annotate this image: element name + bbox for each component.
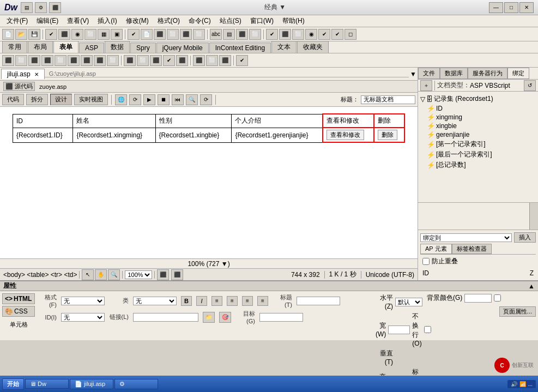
- horizontal-select[interactable]: 默认: [395, 298, 422, 306]
- form-btn-6[interactable]: ⬛: [68, 55, 80, 66]
- menu-icon-2[interactable]: ⚙: [35, 2, 47, 13]
- toolbar-btn-13[interactable]: ⬜: [167, 29, 179, 40]
- prevent-overlap-checkbox[interactable]: [422, 258, 430, 265]
- align-right-button[interactable]: ≡: [242, 296, 253, 306]
- tree-item-xingbie[interactable]: ⚡ xingbie: [427, 122, 536, 130]
- ap-tab-elements[interactable]: AP 元素: [420, 244, 452, 254]
- menu-format[interactable]: 格式(O): [153, 15, 184, 27]
- ap-tab-inspector[interactable]: 标签检查器: [452, 244, 492, 254]
- form-btn-7[interactable]: ⬛: [81, 55, 93, 66]
- title-input[interactable]: [361, 95, 415, 104]
- form-btn-11[interactable]: ⬜: [137, 55, 149, 66]
- form-btn-18[interactable]: ✔: [236, 55, 248, 66]
- bold-button[interactable]: B: [181, 296, 192, 306]
- design-button[interactable]: 设计: [50, 94, 72, 105]
- right-scrollbar[interactable]: [529, 203, 538, 230]
- view-btn-6[interactable]: 🔍: [186, 94, 198, 105]
- form-btn-4[interactable]: ⬛: [41, 55, 53, 66]
- toolbar-btn-24[interactable]: ✔: [318, 29, 330, 40]
- menu-edit[interactable]: 编辑(E): [32, 15, 63, 27]
- view-btn-7[interactable]: ⟳: [200, 94, 212, 105]
- menu-insert[interactable]: 插入(I): [93, 15, 121, 27]
- view-btn-4[interactable]: ⏹: [158, 94, 170, 105]
- taskbar-item-1[interactable]: 🖥 Dw: [25, 379, 69, 389]
- view-btn-2[interactable]: ⟳: [129, 94, 141, 105]
- align-center-button[interactable]: ≡: [227, 296, 238, 306]
- right-add-btn[interactable]: ＋: [420, 80, 432, 91]
- link-input[interactable]: [133, 313, 198, 322]
- view-edit-button[interactable]: 查看和修改: [327, 130, 364, 140]
- tab-asp[interactable]: ASP: [79, 43, 104, 53]
- file-tab-active[interactable]: jiluji.asp ✕: [1, 69, 45, 79]
- menu-window[interactable]: 窗口(W): [246, 15, 278, 27]
- toolbar-btn-15[interactable]: ⬜: [193, 29, 205, 40]
- tree-item-first-index[interactable]: ⚡ [第一个记录索引]: [427, 139, 536, 149]
- tab-jquery-mobile[interactable]: jQuery Mobile: [156, 43, 209, 53]
- toolbar-btn-2[interactable]: 📂: [15, 29, 27, 40]
- toolbar-btn-17[interactable]: ▤: [223, 29, 235, 40]
- format-select[interactable]: 无: [61, 297, 105, 305]
- split-button[interactable]: 拆分: [26, 94, 48, 105]
- tree-item-total[interactable]: ⚡ [总记录数]: [427, 160, 536, 170]
- menu-file[interactable]: 文件(F): [2, 15, 32, 27]
- toolbar-btn-3[interactable]: 💾: [28, 29, 40, 40]
- view-btn-5[interactable]: ⏮: [172, 94, 184, 105]
- title-input-prop[interactable]: [297, 297, 340, 305]
- toolbar-btn-26[interactable]: ◻: [344, 29, 356, 40]
- id-select[interactable]: 无: [61, 313, 105, 322]
- right-tab-server[interactable]: 服务器行为: [468, 68, 507, 79]
- tree-item-last-index[interactable]: ⚡ [最后一个记录索引]: [427, 149, 536, 160]
- realtime-button[interactable]: 实时视图: [74, 94, 108, 105]
- menu-icon-1[interactable]: ▤: [21, 2, 33, 13]
- toolbar-btn-6[interactable]: ◉: [71, 29, 83, 40]
- toolbar-btn-19[interactable]: ⬜: [249, 29, 261, 40]
- toolbar-btn-25[interactable]: ✔: [331, 29, 343, 40]
- class-select[interactable]: 无: [133, 297, 177, 305]
- maximize-button[interactable]: □: [504, 2, 518, 13]
- tab-data[interactable]: 数据: [105, 41, 130, 53]
- taskbar-item-2[interactable]: 📄 jiluji.asp: [70, 379, 113, 389]
- form-btn-13[interactable]: ✔: [163, 55, 175, 66]
- toolbar-btn-12[interactable]: ⬛: [154, 29, 166, 40]
- insert-button[interactable]: 插入: [514, 232, 536, 243]
- tab-common[interactable]: 常用: [2, 41, 27, 53]
- form-btn-1[interactable]: ⬛: [2, 55, 14, 66]
- align-left-button[interactable]: ≡: [211, 296, 222, 306]
- link-browse-btn[interactable]: 📁: [203, 312, 215, 323]
- align-justify-button[interactable]: ≡: [257, 296, 268, 306]
- bg-checkbox[interactable]: [494, 294, 501, 301]
- toolbar-btn-23[interactable]: ◉: [305, 29, 317, 40]
- toolbar-btn-10[interactable]: ✔: [128, 29, 140, 40]
- toolbar-btn-18[interactable]: ⬛: [236, 29, 248, 40]
- view-btn-1[interactable]: 🌐: [115, 94, 127, 105]
- toolbar-btn-1[interactable]: 📄: [2, 29, 14, 40]
- menu-modify[interactable]: 修改(M): [122, 15, 153, 27]
- action-delete[interactable]: 删除: [374, 128, 405, 142]
- toolbar-btn-20[interactable]: ✔: [266, 29, 278, 40]
- tab-spry[interactable]: Spry: [130, 43, 156, 53]
- zoom-tool[interactable]: 🔍: [108, 269, 120, 280]
- form-btn-2[interactable]: ⬜: [15, 55, 27, 66]
- html-mode-button[interactable]: <> HTML: [2, 293, 35, 304]
- right-tab-bind[interactable]: 绑定: [507, 68, 529, 79]
- target-input[interactable]: [259, 313, 303, 322]
- bg-color-input[interactable]: [464, 294, 492, 303]
- width-input[interactable]: [388, 325, 410, 334]
- form-btn-9[interactable]: ⬜: [107, 55, 119, 66]
- minimize-button[interactable]: —: [489, 2, 503, 13]
- toolbar-btn-4[interactable]: ✔: [45, 29, 57, 40]
- menu-icon-3[interactable]: ⬛: [49, 2, 61, 13]
- action-view-edit[interactable]: 查看和修改: [323, 128, 374, 142]
- toolbar-btn-21[interactable]: ⬛: [279, 29, 291, 40]
- code-button[interactable]: 代码: [2, 94, 24, 105]
- right-tab-files[interactable]: 文件: [418, 68, 440, 79]
- close-button[interactable]: ✕: [519, 2, 534, 13]
- tab-form[interactable]: 表单: [53, 41, 78, 53]
- window-size-1[interactable]: ⬛: [157, 269, 169, 280]
- page-props-button[interactable]: 页面属性...: [499, 306, 536, 317]
- toolbar-btn-9[interactable]: ▣: [111, 29, 123, 40]
- css-mode-button[interactable]: 🎨 CSS: [2, 306, 35, 317]
- delete-button[interactable]: 删除: [378, 130, 397, 140]
- refresh-btn[interactable]: ↺: [524, 80, 536, 91]
- hand-tool[interactable]: ✋: [95, 269, 107, 280]
